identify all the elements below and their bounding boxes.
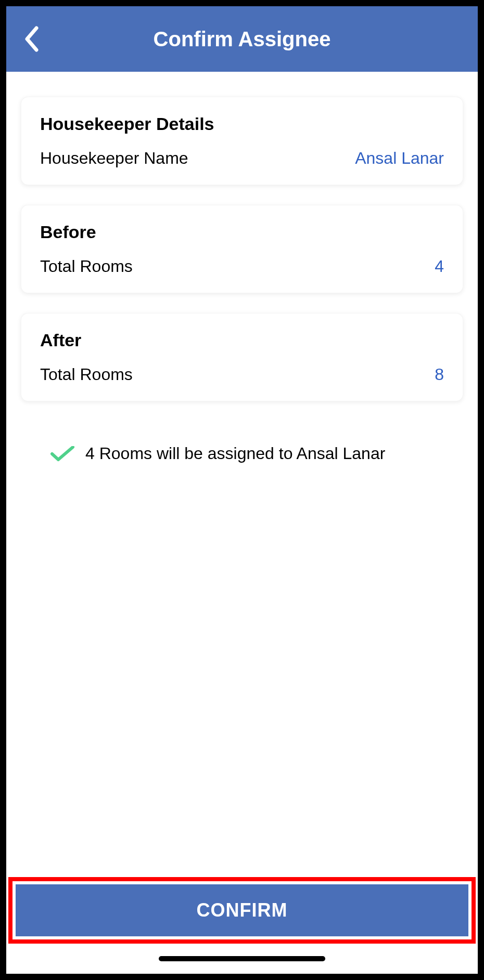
before-rooms-row: Total Rooms 4 bbox=[40, 257, 444, 276]
content-area: Housekeeper Details Housekeeper Name Ans… bbox=[6, 72, 478, 877]
header-bar: Confirm Assignee bbox=[6, 6, 478, 72]
screen: Confirm Assignee Housekeeper Details Hou… bbox=[6, 6, 478, 974]
housekeeper-details-card: Housekeeper Details Housekeeper Name Ans… bbox=[21, 97, 463, 185]
housekeeper-name-value: Ansal Lanar bbox=[355, 149, 444, 168]
assignment-summary: 4 Rooms will be assigned to Ansal Lanar bbox=[21, 429, 463, 478]
housekeeper-name-label: Housekeeper Name bbox=[40, 149, 188, 168]
after-rooms-row: Total Rooms 8 bbox=[40, 365, 444, 384]
card-title: Before bbox=[40, 222, 444, 242]
home-indicator bbox=[159, 956, 325, 961]
summary-text: 4 Rooms will be assigned to Ansal Lanar bbox=[85, 444, 385, 463]
after-card: After Total Rooms 8 bbox=[21, 313, 463, 401]
card-title: After bbox=[40, 330, 444, 350]
confirm-highlight: CONFIRM bbox=[8, 877, 476, 944]
confirm-button[interactable]: CONFIRM bbox=[16, 884, 468, 936]
check-icon bbox=[50, 446, 75, 462]
back-button[interactable] bbox=[19, 26, 45, 52]
housekeeper-name-row: Housekeeper Name Ansal Lanar bbox=[40, 149, 444, 168]
before-rooms-label: Total Rooms bbox=[40, 257, 133, 276]
after-rooms-label: Total Rooms bbox=[40, 365, 133, 384]
card-title: Housekeeper Details bbox=[40, 114, 444, 134]
page-title: Confirm Assignee bbox=[6, 28, 478, 51]
after-rooms-value: 8 bbox=[435, 365, 444, 384]
device-frame: Confirm Assignee Housekeeper Details Hou… bbox=[0, 0, 484, 980]
chevron-left-icon bbox=[24, 26, 40, 52]
before-rooms-value: 4 bbox=[435, 257, 444, 276]
before-card: Before Total Rooms 4 bbox=[21, 205, 463, 293]
